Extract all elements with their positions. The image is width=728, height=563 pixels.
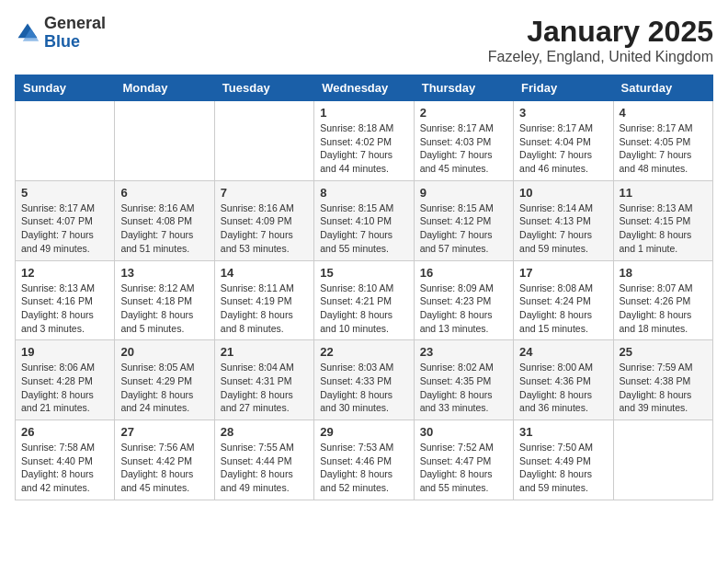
day-cell: 4Sunrise: 8:17 AM Sunset: 4:05 PM Daylig… — [613, 101, 712, 181]
day-cell: 13Sunrise: 8:12 AM Sunset: 4:18 PM Dayli… — [115, 260, 214, 340]
logo-general: General — [44, 14, 106, 32]
day-info: Sunrise: 8:16 AM Sunset: 4:08 PM Dayligh… — [120, 201, 208, 256]
day-info: Sunrise: 8:07 AM Sunset: 4:26 PM Dayligh… — [620, 282, 707, 336]
week-row-2: 5Sunrise: 8:17 AM Sunset: 4:07 PM Daylig… — [16, 180, 713, 260]
day-cell: 28Sunrise: 7:55 AM Sunset: 4:44 PM Dayli… — [214, 420, 313, 500]
day-cell: 11Sunrise: 8:13 AM Sunset: 4:15 PM Dayli… — [613, 180, 712, 260]
day-info: Sunrise: 7:58 AM Sunset: 4:40 PM Dayligh… — [21, 441, 108, 495]
day-info: Sunrise: 8:00 AM Sunset: 4:36 PM Dayligh… — [519, 361, 607, 415]
day-info: Sunrise: 8:17 AM Sunset: 4:04 PM Dayligh… — [519, 121, 607, 176]
day-cell — [115, 101, 214, 181]
day-cell — [214, 101, 313, 181]
day-number: 21 — [221, 345, 308, 359]
week-row-4: 19Sunrise: 8:06 AM Sunset: 4:28 PM Dayli… — [16, 340, 713, 420]
day-number: 8 — [320, 186, 407, 200]
day-cell: 19Sunrise: 8:06 AM Sunset: 4:28 PM Dayli… — [16, 340, 115, 420]
day-number: 5 — [21, 186, 108, 200]
day-info: Sunrise: 8:17 AM Sunset: 4:07 PM Dayligh… — [21, 201, 108, 256]
day-info: Sunrise: 7:52 AM Sunset: 4:47 PM Dayligh… — [420, 441, 507, 495]
day-number: 2 — [420, 106, 507, 120]
logo-blue: Blue — [44, 32, 80, 51]
day-cell: 14Sunrise: 8:11 AM Sunset: 4:19 PM Dayli… — [214, 260, 313, 340]
day-info: Sunrise: 8:02 AM Sunset: 4:35 PM Dayligh… — [420, 361, 507, 415]
logo-text: General Blue — [44, 15, 106, 52]
day-cell: 10Sunrise: 8:14 AM Sunset: 4:13 PM Dayli… — [514, 180, 613, 260]
day-number: 15 — [320, 266, 407, 280]
day-info: Sunrise: 8:12 AM Sunset: 4:18 PM Dayligh… — [120, 282, 208, 336]
weekday-header-thursday: Thursday — [414, 75, 513, 101]
logo-icon — [15, 20, 40, 46]
day-cell: 17Sunrise: 8:08 AM Sunset: 4:24 PM Dayli… — [514, 260, 613, 340]
day-number: 11 — [620, 186, 707, 200]
day-number: 28 — [221, 425, 308, 439]
day-cell: 27Sunrise: 7:56 AM Sunset: 4:42 PM Dayli… — [115, 420, 214, 500]
day-info: Sunrise: 8:15 AM Sunset: 4:10 PM Dayligh… — [320, 201, 407, 256]
day-info: Sunrise: 8:04 AM Sunset: 4:31 PM Dayligh… — [221, 361, 308, 415]
day-info: Sunrise: 8:09 AM Sunset: 4:23 PM Dayligh… — [420, 282, 507, 336]
day-info: Sunrise: 8:15 AM Sunset: 4:12 PM Dayligh… — [420, 201, 507, 256]
day-info: Sunrise: 7:55 AM Sunset: 4:44 PM Dayligh… — [221, 441, 308, 495]
day-number: 29 — [320, 425, 407, 439]
day-number: 3 — [519, 106, 607, 120]
week-row-3: 12Sunrise: 8:13 AM Sunset: 4:16 PM Dayli… — [16, 260, 713, 340]
day-cell: 7Sunrise: 8:16 AM Sunset: 4:09 PM Daylig… — [214, 180, 313, 260]
day-number: 25 — [620, 345, 707, 359]
day-number: 1 — [320, 106, 407, 120]
day-cell: 12Sunrise: 8:13 AM Sunset: 4:16 PM Dayli… — [16, 260, 115, 340]
day-cell: 22Sunrise: 8:03 AM Sunset: 4:33 PM Dayli… — [314, 340, 414, 420]
day-number: 30 — [420, 425, 507, 439]
day-info: Sunrise: 7:53 AM Sunset: 4:46 PM Dayligh… — [320, 441, 407, 495]
weekday-header-friday: Friday — [514, 75, 613, 101]
day-cell: 24Sunrise: 8:00 AM Sunset: 4:36 PM Dayli… — [514, 340, 613, 420]
weekday-header-monday: Monday — [115, 75, 214, 101]
day-number: 24 — [519, 345, 607, 359]
day-number: 14 — [221, 266, 308, 280]
day-info: Sunrise: 8:10 AM Sunset: 4:21 PM Dayligh… — [320, 282, 407, 336]
day-info: Sunrise: 7:50 AM Sunset: 4:49 PM Dayligh… — [519, 441, 607, 495]
day-cell: 23Sunrise: 8:02 AM Sunset: 4:35 PM Dayli… — [414, 340, 513, 420]
day-number: 12 — [21, 266, 108, 280]
day-cell: 9Sunrise: 8:15 AM Sunset: 4:12 PM Daylig… — [414, 180, 513, 260]
day-number: 22 — [320, 345, 407, 359]
day-info: Sunrise: 8:18 AM Sunset: 4:02 PM Dayligh… — [320, 121, 407, 176]
day-cell — [16, 101, 115, 181]
day-number: 26 — [21, 425, 108, 439]
day-info: Sunrise: 8:13 AM Sunset: 4:15 PM Dayligh… — [620, 201, 707, 256]
day-cell: 30Sunrise: 7:52 AM Sunset: 4:47 PM Dayli… — [414, 420, 513, 500]
week-row-5: 26Sunrise: 7:58 AM Sunset: 4:40 PM Dayli… — [16, 420, 713, 500]
day-number: 4 — [620, 106, 707, 120]
day-info: Sunrise: 8:17 AM Sunset: 4:03 PM Dayligh… — [420, 121, 507, 176]
logo: General Blue — [15, 15, 106, 52]
day-number: 17 — [519, 266, 607, 280]
day-info: Sunrise: 7:56 AM Sunset: 4:42 PM Dayligh… — [120, 441, 208, 495]
day-info: Sunrise: 8:16 AM Sunset: 4:09 PM Dayligh… — [221, 201, 308, 256]
day-cell: 21Sunrise: 8:04 AM Sunset: 4:31 PM Dayli… — [214, 340, 313, 420]
day-number: 13 — [120, 266, 208, 280]
day-cell: 29Sunrise: 7:53 AM Sunset: 4:46 PM Dayli… — [314, 420, 414, 500]
day-number: 27 — [120, 425, 208, 439]
day-cell: 5Sunrise: 8:17 AM Sunset: 4:07 PM Daylig… — [16, 180, 115, 260]
week-row-1: 1Sunrise: 8:18 AM Sunset: 4:02 PM Daylig… — [16, 101, 713, 181]
day-number: 6 — [120, 186, 208, 200]
month-title: January 2025 — [488, 15, 713, 49]
day-cell: 3Sunrise: 8:17 AM Sunset: 4:04 PM Daylig… — [514, 101, 613, 181]
day-info: Sunrise: 8:11 AM Sunset: 4:19 PM Dayligh… — [221, 282, 308, 336]
day-info: Sunrise: 8:03 AM Sunset: 4:33 PM Dayligh… — [320, 361, 407, 415]
day-number: 31 — [519, 425, 607, 439]
day-cell: 18Sunrise: 8:07 AM Sunset: 4:26 PM Dayli… — [613, 260, 712, 340]
day-info: Sunrise: 8:05 AM Sunset: 4:29 PM Dayligh… — [120, 361, 208, 415]
day-info: Sunrise: 7:59 AM Sunset: 4:38 PM Dayligh… — [620, 361, 707, 415]
calendar-table: SundayMondayTuesdayWednesdayThursdayFrid… — [15, 75, 713, 500]
day-cell — [613, 420, 712, 500]
day-cell: 31Sunrise: 7:50 AM Sunset: 4:49 PM Dayli… — [514, 420, 613, 500]
day-cell: 2Sunrise: 8:17 AM Sunset: 4:03 PM Daylig… — [414, 101, 513, 181]
title-block: January 2025 Fazeley, England, United Ki… — [488, 15, 713, 65]
day-number: 23 — [420, 345, 507, 359]
day-cell: 15Sunrise: 8:10 AM Sunset: 4:21 PM Dayli… — [314, 260, 414, 340]
day-number: 7 — [221, 186, 308, 200]
day-info: Sunrise: 8:06 AM Sunset: 4:28 PM Dayligh… — [21, 361, 108, 415]
day-number: 20 — [120, 345, 208, 359]
day-number: 19 — [21, 345, 108, 359]
day-cell: 26Sunrise: 7:58 AM Sunset: 4:40 PM Dayli… — [16, 420, 115, 500]
weekday-header-wednesday: Wednesday — [314, 75, 414, 101]
